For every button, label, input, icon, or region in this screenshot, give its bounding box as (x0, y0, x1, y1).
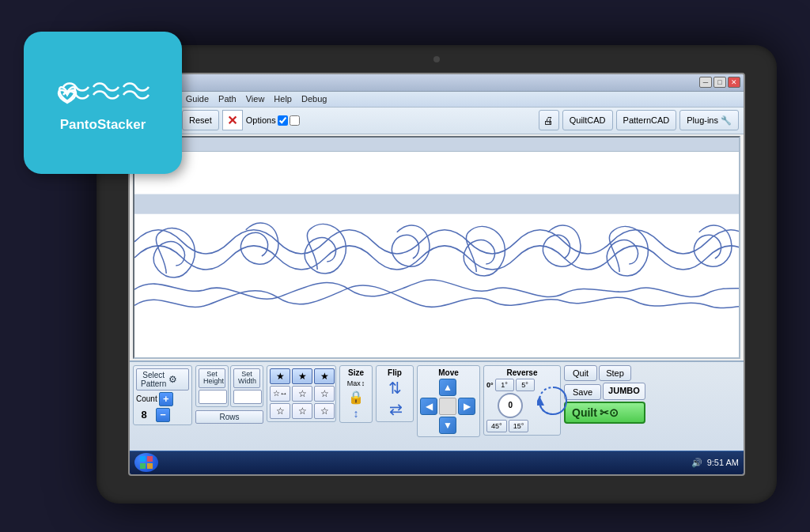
star-cell-6[interactable]: ☆ (314, 386, 335, 402)
flip-vertical-button[interactable]: ⇅ (388, 379, 402, 398)
star-cell-5[interactable]: ☆ (292, 386, 312, 402)
star-cell-9[interactable]: ☆ (314, 403, 335, 419)
deg-row-bottom: 45° 15° (486, 420, 535, 432)
reset-button[interactable]: Reset (182, 110, 219, 130)
taskbar: 🔊 9:51 AM (130, 451, 744, 474)
options-check2[interactable] (290, 115, 300, 126)
plugins-button[interactable]: Plug-ins 🔧 (679, 110, 739, 130)
maximize-button[interactable]: □ (713, 77, 726, 88)
rotate-value: 0 (509, 401, 513, 409)
jumbo-button[interactable]: JUMBO (603, 383, 645, 400)
deg-5-button[interactable]: 5° (516, 379, 535, 391)
bottom-controls: SelectPattern ⚙ Count + 8 − (133, 365, 740, 457)
width-input[interactable]: 50 (233, 390, 262, 404)
bottom-panel: SelectPattern ⚙ Count + 8 − (130, 360, 744, 460)
pattern-gear-icon: ⚙ (168, 374, 177, 385)
canvas-header-band (134, 138, 739, 152)
pattern-canvas (134, 152, 739, 359)
count-value-row: 8 − (136, 408, 189, 422)
deg-1-button[interactable]: 1° (495, 379, 514, 391)
cancel-button[interactable]: ✕ (222, 110, 243, 130)
svg-rect-3 (147, 456, 153, 462)
count-label: Count (136, 394, 157, 403)
rotate-circle-area (537, 383, 569, 427)
max-arrows-icon: ↕ (361, 379, 365, 387)
star-cell-8[interactable]: ☆ (292, 403, 312, 419)
lock-section: Size Max ↕ 🔒 ↕ (339, 365, 373, 423)
quit-button[interactable]: Quit (564, 365, 597, 381)
toolbar: ↩ ↪ Reset ✕ Options 🖨 QuiltCAD PatternCA… (130, 108, 744, 134)
select-pattern-button[interactable]: SelectPattern ⚙ (136, 368, 189, 391)
move-right-button[interactable]: ▶ (458, 398, 475, 415)
logo-text: PantoStacker (60, 117, 146, 133)
options-label: Options (246, 115, 276, 125)
quilt-label: Quilt (572, 406, 597, 419)
plugins-icon: 🔧 (721, 115, 732, 126)
move-down-button[interactable]: ▼ (439, 417, 456, 434)
quilt-button[interactable]: Quilt ✂⊙ (564, 402, 645, 424)
set-width-button[interactable]: SetWidth (233, 368, 260, 389)
expand-arrows-icon: ↕ (354, 407, 359, 420)
star-cell-7[interactable]: ☆ (270, 403, 290, 419)
flip-horizontal-button[interactable]: ⇅ (385, 402, 404, 416)
options-area: Options (246, 115, 300, 126)
close-button[interactable]: ✕ (728, 77, 740, 88)
set-height-section: SetHeight 6 (195, 365, 229, 408)
title-bar: ─ □ ✕ (130, 74, 744, 92)
rows-button[interactable]: Rows (195, 410, 263, 424)
svg-rect-4 (140, 463, 146, 469)
deg-15-button[interactable]: 15° (509, 420, 529, 432)
menu-help[interactable]: Help (269, 94, 297, 104)
svg-rect-1 (134, 194, 739, 213)
patterncad-button[interactable]: PatternCAD (616, 110, 677, 130)
move-section: Move ▲ ◀ ▶ ▼ (417, 365, 480, 437)
start-button[interactable] (134, 453, 158, 472)
tablet-frame: ─ □ ✕ File Edit Guide Path View Help Deb… (97, 45, 777, 504)
menu-view[interactable]: View (241, 94, 270, 104)
menu-debug[interactable]: Debug (297, 94, 331, 104)
printer-button[interactable]: 🖨 (539, 110, 559, 130)
move-left-button[interactable]: ◀ (420, 398, 437, 415)
title-bar-controls: ─ □ ✕ (699, 77, 740, 88)
count-minus-button[interactable]: − (156, 408, 170, 422)
taskbar-right: 🔊 9:51 AM (691, 458, 739, 468)
count-plus-button[interactable]: + (159, 392, 173, 406)
save-jumbo-row: Save JUMBO (564, 383, 645, 400)
star-cell-1[interactable]: ★ (270, 368, 290, 384)
set-width-section: SetWidth 50 (230, 365, 263, 408)
tablet-screen: ─ □ ✕ File Edit Guide Path View Help Deb… (128, 73, 745, 476)
star-cell-3[interactable]: ★ (314, 368, 335, 384)
set-height-button[interactable]: SetHeight (199, 368, 225, 389)
step-button[interactable]: Step (599, 365, 631, 381)
minimize-button[interactable]: ─ (699, 77, 712, 88)
max-label: Max ↕ (347, 379, 365, 387)
canvas-area (133, 136, 740, 359)
size-label: Size (348, 368, 364, 377)
save-button[interactable]: Save (564, 384, 601, 400)
select-pattern-section: SelectPattern ⚙ Count + 8 − (133, 365, 192, 425)
height-input[interactable]: 6 (199, 390, 227, 404)
flip-label: Flip (379, 368, 411, 377)
taskbar-time: 9:51 AM (707, 458, 739, 467)
star-cell-4[interactable]: ☆↔ (270, 386, 290, 402)
move-label: Move (420, 368, 477, 377)
rotate-arrows-svg (537, 383, 569, 427)
menu-path[interactable]: Path (214, 94, 241, 104)
deg-45-button[interactable]: 45° (486, 420, 507, 432)
move-up-button[interactable]: ▲ (439, 379, 456, 396)
reverse-label: Reverse (486, 368, 558, 377)
options-check1[interactable] (278, 115, 288, 126)
star-cell-2[interactable]: ★ (292, 368, 312, 384)
arrow-grid: ▲ ◀ ▶ ▼ (420, 379, 477, 434)
rotate-display: 0 (498, 393, 523, 418)
quiltcad-button[interactable]: QuiltCAD (562, 110, 613, 130)
logo-hearts (55, 73, 150, 123)
menu-guide[interactable]: Guide (181, 94, 214, 104)
zero-deg-label: 0° (486, 381, 494, 389)
deg-row-top: 0° 1° 5° (486, 379, 535, 391)
reverse-section: Reverse 0° 1° 5° 0 (483, 365, 561, 436)
flip-section: Flip ⇅ ⇅ (376, 365, 414, 422)
svg-rect-5 (147, 463, 153, 469)
menu-bar: File Edit Guide Path View Help Debug (130, 92, 744, 108)
lock-area: Size Max ↕ 🔒 ↕ (343, 368, 369, 420)
